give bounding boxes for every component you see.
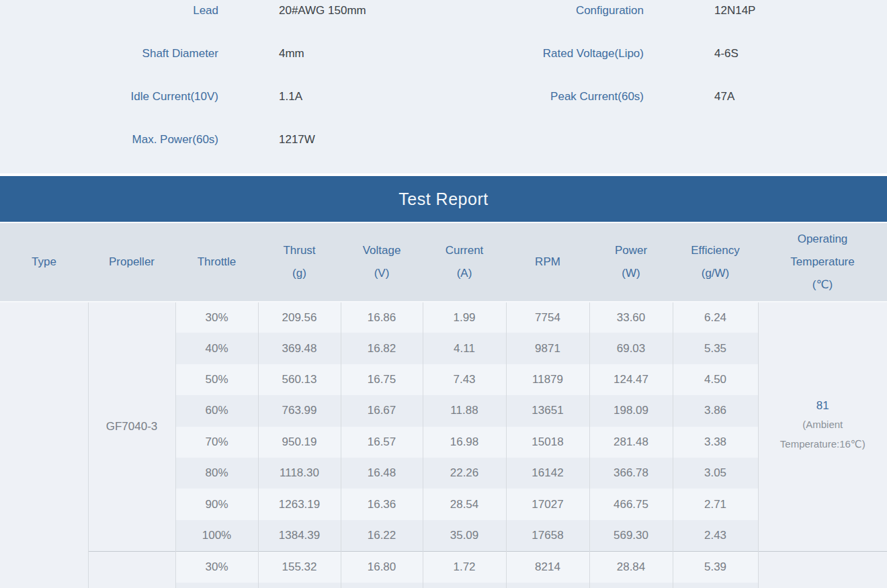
table-cell: 35.09 (423, 520, 506, 551)
table-cell: 569.30 (589, 520, 673, 551)
spec-value-rated-voltage: 4-6S (644, 32, 887, 75)
throttle-cell: 80% (175, 458, 258, 489)
table-cell: 16.75 (341, 364, 423, 395)
throttle-cell: 30% (175, 302, 258, 333)
type-cell (0, 302, 88, 588)
table-cell (589, 583, 673, 588)
table-cell: 33.60 (589, 302, 673, 333)
table-cell: 281.48 (589, 427, 673, 458)
table-cell: 16.82 (341, 333, 423, 364)
throttle-cell: 70% (175, 427, 258, 458)
temperature-cell: 81(Ambient Temperature:16℃) (758, 302, 887, 551)
column-header-voltage: Voltage (V) (341, 222, 423, 302)
table-cell: 3.38 (673, 427, 758, 458)
report-table-body: GF7040-330%209.5616.861.99775433.606.248… (0, 302, 887, 588)
table-cell (175, 583, 258, 588)
spec-label-rated-voltage: Rated Voltage(Lipo) (444, 32, 644, 75)
table-cell: 17658 (506, 520, 589, 551)
spec-section: Lead 20#AWG 150mm Configuration 12N14P S… (0, 0, 887, 173)
table-cell: 366.78 (589, 458, 673, 489)
throttle-cell: 50% (175, 364, 258, 395)
spec-label-peak-current: Peak Current(60s) (444, 75, 644, 118)
temperature-value: 81 (759, 399, 887, 413)
table-cell: 7.43 (423, 364, 506, 395)
spec-value-idle-current: 1.1A (228, 75, 444, 118)
table-cell: 11879 (506, 364, 589, 395)
spec-label-max-power: Max. Power(60s) (0, 118, 228, 161)
report-row: GF7040-330%209.5616.861.99775433.606.248… (0, 302, 887, 333)
spec-value-peak-current: 47A (644, 75, 887, 118)
table-cell: 11.88 (423, 395, 506, 426)
column-header-thrust: Thrust (g) (258, 222, 341, 302)
table-cell (506, 583, 589, 588)
table-cell: 16.36 (341, 489, 423, 519)
column-header-efficiency: Efficiency (g/W) (673, 222, 758, 302)
table-cell: 1263.19 (258, 489, 341, 519)
table-cell: 16.57 (341, 427, 423, 458)
test-report-title: Test Report (398, 190, 488, 209)
column-header-type: Type (0, 222, 88, 302)
table-cell: 9871 (506, 333, 589, 364)
table-cell: 69.03 (589, 333, 673, 364)
table-cell: 3.05 (673, 458, 758, 489)
table-cell: 950.19 (258, 427, 341, 458)
column-header-rpm: RPM (506, 222, 589, 302)
column-header-power: Power (W) (589, 222, 673, 302)
table-cell: 1.72 (423, 551, 506, 582)
temperature-note: (Ambient Temperature:16℃) (769, 415, 876, 454)
propeller-cell (88, 551, 175, 588)
column-header-throttle: Throttle (175, 222, 258, 302)
throttle-cell: 60% (175, 395, 258, 426)
table-cell: 2.43 (673, 520, 758, 551)
table-cell: 6.24 (673, 302, 758, 333)
report-header-row: Type Propeller Throttle Thrust (g) Volta… (0, 222, 887, 302)
throttle-cell: 100% (175, 520, 258, 551)
spec-label-idle-current: Idle Current(10V) (0, 75, 228, 118)
table-cell: 2.71 (673, 489, 758, 519)
throttle-cell: 90% (175, 489, 258, 519)
table-cell: 369.48 (258, 333, 341, 364)
spec-value-max-power: 1217W (228, 118, 444, 161)
table-cell: 209.56 (258, 302, 341, 333)
throttle-cell: 30% (175, 551, 258, 582)
table-cell: 28.84 (589, 551, 673, 582)
table-cell: 1.99 (423, 302, 506, 333)
table-cell: 15018 (506, 427, 589, 458)
table-cell (258, 583, 341, 588)
table-cell: 13651 (506, 395, 589, 426)
table-cell (423, 583, 506, 588)
table-cell: 198.09 (589, 395, 673, 426)
test-report-banner: Test Report (0, 176, 887, 222)
table-cell: 4.11 (423, 333, 506, 364)
table-cell: 16.48 (341, 458, 423, 489)
table-cell: 5.35 (673, 333, 758, 364)
table-cell: 16.98 (423, 427, 506, 458)
spec-empty-cell (444, 118, 644, 161)
temperature-cell (758, 551, 887, 588)
table-cell: 1118.30 (258, 458, 341, 489)
spec-label-shaft-diameter: Shaft Diameter (0, 32, 228, 75)
table-cell: 560.13 (258, 364, 341, 395)
table-cell: 7754 (506, 302, 589, 333)
table-cell: 16.67 (341, 395, 423, 426)
report-table: Type Propeller Throttle Thrust (g) Volta… (0, 222, 887, 588)
spec-value-lead: 20#AWG 150mm (228, 0, 444, 32)
table-cell: 155.32 (258, 551, 341, 582)
column-header-propeller: Propeller (88, 222, 175, 302)
table-cell: 16142 (506, 458, 589, 489)
propeller-cell: GF7040-3 (88, 302, 175, 551)
table-cell: 16.86 (341, 302, 423, 333)
column-header-operating-temperature: Operating Temperature (℃) (758, 222, 887, 302)
table-cell: 124.47 (589, 364, 673, 395)
spec-value-shaft-diameter: 4mm (228, 32, 444, 75)
table-cell: 16.22 (341, 520, 423, 551)
table-cell: 17027 (506, 489, 589, 519)
table-cell: 1384.39 (258, 520, 341, 551)
table-cell: 8214 (506, 551, 589, 582)
report-row: 30%155.3216.801.72821428.845.39 (0, 551, 887, 582)
spec-label-configuration: Configuration (444, 0, 644, 32)
table-cell (673, 583, 758, 588)
throttle-cell: 40% (175, 333, 258, 364)
table-cell: 763.99 (258, 395, 341, 426)
spec-value-configuration: 12N14P (644, 0, 887, 32)
